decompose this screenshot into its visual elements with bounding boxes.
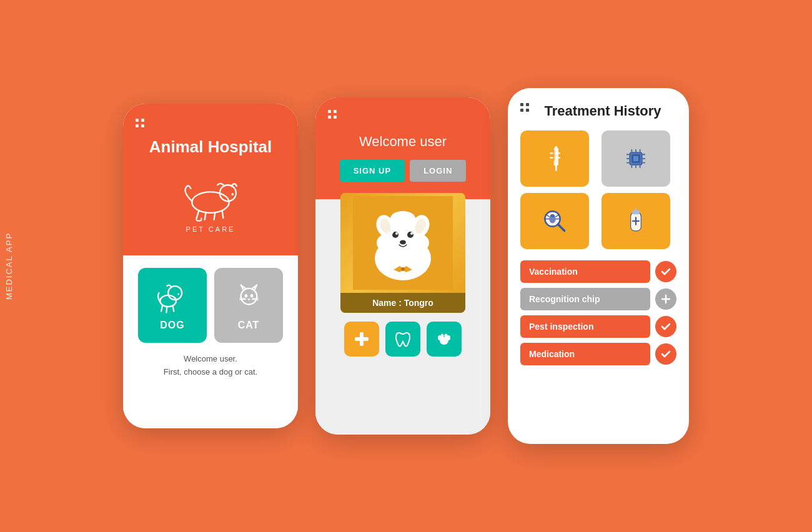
svg-point-35 xyxy=(390,211,415,226)
welcome-user-title: Welcome user xyxy=(359,134,447,150)
pet-selector: DOG xyxy=(138,268,283,343)
recognition-chip-item: Recognition chip xyxy=(520,288,676,310)
medicine-icon xyxy=(620,205,651,237)
dog-button-icon xyxy=(156,280,190,315)
side-text: MEDICAL APP xyxy=(4,232,14,300)
svg-line-12 xyxy=(172,305,174,311)
treatment-title: Treatment History xyxy=(529,103,676,119)
svg-point-30 xyxy=(401,267,405,271)
dental-button[interactable] xyxy=(385,322,420,357)
svg-line-16 xyxy=(239,298,245,298)
svg-line-10 xyxy=(161,305,162,311)
pest-inspection-label: Pest inspection xyxy=(520,315,650,338)
recognition-chip-label: Recognition chip xyxy=(520,288,650,310)
menu-dots-icon-2 xyxy=(328,110,337,119)
svg-point-27 xyxy=(395,232,398,235)
svg-line-11 xyxy=(166,307,167,312)
pet-photo-card: Name : Tongro xyxy=(340,193,465,313)
pest-tile xyxy=(520,193,589,249)
svg-point-8 xyxy=(177,293,179,295)
pest-inspection-badge xyxy=(655,316,676,337)
svg-point-15 xyxy=(250,294,253,298)
svg-point-14 xyxy=(244,294,247,298)
medication-item: Medication xyxy=(520,343,676,365)
screen2: Welcome user SIGN UP LOGIN xyxy=(315,97,490,435)
dog-button[interactable]: DOG xyxy=(138,268,207,343)
medication-label: Medication xyxy=(520,343,650,365)
vaccination-label: Vaccination xyxy=(520,260,650,283)
svg-line-19 xyxy=(252,299,258,300)
svg-rect-63 xyxy=(633,156,638,161)
syringe-icon xyxy=(538,142,572,176)
cat-button[interactable]: CAT xyxy=(214,268,283,343)
svg-point-2 xyxy=(231,193,234,195)
plus-icon xyxy=(660,293,671,305)
action-buttons xyxy=(344,322,462,357)
menu-dots-icon-3 xyxy=(520,103,529,112)
chip-icon xyxy=(620,143,651,174)
svg-point-41 xyxy=(441,334,444,338)
check-icon xyxy=(660,266,671,277)
svg-line-18 xyxy=(252,298,258,298)
pet-care-text: PET CARE xyxy=(186,225,235,233)
cross-icon xyxy=(353,330,370,348)
screen1-bottom: DOG xyxy=(123,255,298,428)
svg-point-13 xyxy=(240,288,257,304)
dog-photo-svg xyxy=(353,196,453,290)
paw-button[interactable] xyxy=(427,322,462,357)
pest-inspection-item: Pest inspection xyxy=(520,315,676,338)
vaccination-item: Vaccination xyxy=(520,260,676,283)
treatment-list: Vaccination Recognition chip xyxy=(520,260,676,365)
pet-photo-image xyxy=(340,193,465,293)
tooth-icon xyxy=(394,330,412,348)
side-text-label: MEDICAL APP xyxy=(4,232,14,300)
recognition-chip-badge xyxy=(655,288,676,310)
medicine-tile xyxy=(602,193,670,249)
svg-rect-44 xyxy=(555,146,557,150)
svg-rect-48 xyxy=(552,149,555,160)
svg-rect-37 xyxy=(355,337,369,341)
treatment-icon-grid xyxy=(520,131,676,249)
menu-dots-icon xyxy=(136,119,144,127)
screen1-header: Animal Hospital xyxy=(123,104,298,255)
svg-line-5 xyxy=(214,212,215,220)
svg-line-65 xyxy=(558,224,564,230)
svg-line-6 xyxy=(222,210,224,218)
signup-button[interactable]: SIGN UP xyxy=(340,160,405,182)
magnify-bug-icon xyxy=(538,205,571,237)
welcome-choose-text: Welcome user. First, choose a dog or cat… xyxy=(164,353,257,379)
check-icon-2 xyxy=(660,321,671,332)
medication-badge xyxy=(655,343,676,365)
vaccination-badge xyxy=(655,261,676,282)
cat-button-icon xyxy=(232,280,266,315)
svg-line-4 xyxy=(205,212,206,220)
paw-icon xyxy=(435,330,453,348)
svg-point-0 xyxy=(192,192,229,212)
svg-line-17 xyxy=(239,299,245,300)
syringe-tile xyxy=(520,131,589,187)
cat-label: CAT xyxy=(238,320,260,331)
check-icon-3 xyxy=(660,348,671,360)
chip-tile xyxy=(602,131,670,187)
pet-name: Name : Tongro xyxy=(340,293,465,313)
auth-buttons: SIGN UP LOGIN xyxy=(340,160,467,182)
svg-point-29 xyxy=(400,240,406,245)
svg-line-3 xyxy=(197,210,199,218)
login-button[interactable]: LOGIN xyxy=(410,160,466,182)
screen3: Treatment History xyxy=(508,88,689,444)
svg-point-42 xyxy=(445,334,448,338)
pet-logo-icon xyxy=(170,167,251,223)
app-title: Animal Hospital xyxy=(149,137,272,157)
medical-cross-button[interactable] xyxy=(344,322,379,357)
main-container: MEDICAL APP Animal Hospital xyxy=(123,88,689,444)
screen2-header: Welcome user SIGN UP LOGIN xyxy=(315,97,490,199)
svg-point-67 xyxy=(550,214,555,217)
dog-label: DOG xyxy=(160,320,184,331)
screen1: Animal Hospital xyxy=(123,104,298,428)
screen3-header: Treatment History xyxy=(520,103,676,119)
screen2-bottom: Name : Tongro xyxy=(315,199,490,435)
